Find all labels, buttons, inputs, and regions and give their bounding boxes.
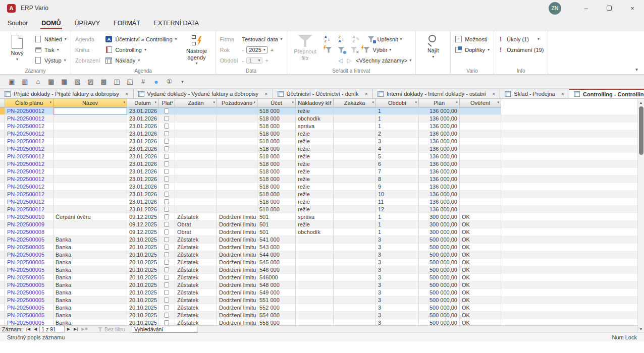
cell-zakazka[interactable] <box>334 297 376 304</box>
cell-overeni[interactable]: OK <box>460 304 501 312</box>
cell-name[interactable] <box>53 160 127 168</box>
row-selector[interactable] <box>0 274 5 281</box>
checkbox-unchecked-icon[interactable] <box>164 192 169 197</box>
cell-paid[interactable] <box>158 304 175 312</box>
cell-paid[interactable] <box>158 183 175 191</box>
document-tab-4[interactable]: Interní doklady - Interní doklady - osta… <box>373 89 500 98</box>
record-link[interactable]: PN-202500012 <box>7 115 44 122</box>
cell-plan[interactable]: 500 000,00 <box>419 244 460 251</box>
cell-zadan[interactable]: Obrat <box>175 221 217 228</box>
cell-zadan[interactable]: Zůstatek <box>175 312 217 319</box>
table-row[interactable]: PN-20250000809.12.2025ObratDodržení limi… <box>0 228 644 236</box>
next-record-button[interactable]: ▶ <box>66 327 71 331</box>
cell-zadan[interactable]: Zůstatek <box>175 236 217 244</box>
contacts-icon[interactable]: ▣ <box>6 77 18 87</box>
cell-obdobi[interactable]: 1 <box>376 221 419 228</box>
cell-date[interactable]: 09.12.2025 <box>127 213 158 221</box>
cell-zadan[interactable]: Zůstatek <box>175 213 217 221</box>
cell-plan[interactable]: 300 000,00 <box>419 213 460 221</box>
cell-paid[interactable] <box>158 153 175 160</box>
cell-name[interactable] <box>53 123 127 130</box>
cell-klic[interactable] <box>296 266 334 274</box>
cell-date[interactable]: 23.01.2026 <box>127 191 158 198</box>
cell-name[interactable]: Banka <box>53 259 127 266</box>
cell-id[interactable]: PN-202500010 <box>5 213 53 221</box>
cell-zakazka[interactable] <box>334 266 376 274</box>
table-row[interactable]: PN-20250001223.01.2026518 000režie8136 0… <box>0 175 644 183</box>
cell-zadan[interactable] <box>175 115 217 123</box>
cell-obdobi[interactable]: 9 <box>376 183 419 191</box>
cell-klic[interactable] <box>296 274 334 281</box>
cell-obdobi[interactable]: 3 <box>376 319 419 325</box>
checkbox-unchecked-icon[interactable] <box>164 207 169 212</box>
cell-id[interactable]: PN-202500005 <box>5 281 53 289</box>
cell-date[interactable]: 23.01.2026 <box>127 168 158 175</box>
document-tab-2[interactable]: Vydané doklady - Vydané faktury a dobrop… <box>134 89 273 98</box>
cell-klic[interactable]: režie <box>296 198 334 206</box>
sort-ascending-button[interactable]: AZ↓ <box>325 35 335 43</box>
record-link[interactable]: PN-202500012 <box>7 176 44 182</box>
cell-zadan[interactable] <box>175 123 217 130</box>
cell-zadan[interactable] <box>175 160 217 168</box>
cell-plan[interactable]: 300 000,00 <box>419 228 460 236</box>
row-selector[interactable] <box>0 175 5 183</box>
checkbox-unchecked-icon[interactable] <box>164 229 169 234</box>
cell-pozadovano[interactable]: Dodržení limitu <box>217 297 257 304</box>
cell-klic[interactable]: obchodík <box>296 115 334 123</box>
cell-overeni[interactable] <box>460 206 501 213</box>
record-link[interactable]: PN-202500012 <box>7 153 44 159</box>
row-selector[interactable] <box>0 198 5 206</box>
row-selector[interactable] <box>0 304 5 312</box>
record-link[interactable]: PN-202500005 <box>7 244 44 250</box>
checkbox-unchecked-icon[interactable] <box>164 313 169 318</box>
preview-button[interactable]: Náhled▾ <box>34 34 67 44</box>
cell-obdobi[interactable]: 3 <box>376 236 419 244</box>
cell-plan[interactable]: 300 000,00 <box>419 221 460 228</box>
record-link[interactable]: PN-202500005 <box>7 274 44 280</box>
cell-id[interactable]: PN-202500005 <box>5 319 53 325</box>
cell-id[interactable]: PN-202500005 <box>5 289 53 297</box>
cell-paid[interactable] <box>158 107 175 115</box>
cell-pozadovano[interactable] <box>217 168 257 175</box>
find-button[interactable]: Najít▾ <box>420 34 446 67</box>
cell-date[interactable]: 20.10.2025 <box>127 244 158 251</box>
books-icon[interactable]: ◫ <box>111 77 123 87</box>
cell-name[interactable]: Banka <box>53 312 127 319</box>
menu-item-formát[interactable]: FORMÁT <box>114 20 140 31</box>
cell-obdobi[interactable]: 3 <box>376 244 419 251</box>
cell-ucet[interactable]: 518 000 <box>257 175 296 183</box>
cell-paid[interactable] <box>158 206 175 213</box>
cell-klic[interactable]: režie <box>296 175 334 183</box>
cell-overeni[interactable] <box>460 160 501 168</box>
table-row[interactable]: PN-202500005Banka20.10.2025ZůstatekDodrž… <box>0 289 644 297</box>
selection-dropdown[interactable]: Výběr▾ <box>362 44 392 55</box>
cell-date[interactable]: 23.01.2026 <box>127 145 158 153</box>
cell-pozadovano[interactable]: Dodržení limitu <box>217 281 257 289</box>
column-header-id[interactable]: Číslo plánu <box>5 99 53 107</box>
table-row[interactable]: PN-20250001223.01.2026518 000režie9136 0… <box>0 183 644 191</box>
table-row[interactable]: PN-202500005Banka20.10.2025ZůstatekDodrž… <box>0 297 644 304</box>
table-row[interactable]: PN-20250001223.01.2026518 000režie11136 … <box>0 198 644 206</box>
period-minus-button[interactable]: - <box>242 57 244 64</box>
table-row[interactable]: PN-202500005Banka20.10.2025ZůstatekDodrž… <box>0 312 644 319</box>
cell-zakazka[interactable] <box>334 115 376 123</box>
cell-klic[interactable] <box>296 244 334 251</box>
row-selector[interactable] <box>0 153 5 160</box>
cell-ucet[interactable]: 546000 <box>257 274 296 281</box>
checkbox-unchecked-icon[interactable] <box>164 298 169 303</box>
cell-pozadovano[interactable]: Dodržení limitu <box>217 319 257 325</box>
checkbox-unchecked-icon[interactable] <box>164 267 169 272</box>
cell-overeni[interactable] <box>460 191 501 198</box>
row-selector[interactable] <box>0 221 5 228</box>
cell-obdobi[interactable]: 3 <box>376 138 419 145</box>
cell-zakazka[interactable] <box>334 228 376 236</box>
cell-overeni[interactable] <box>460 168 501 175</box>
firm-dropdown[interactable]: Testovací data▾ <box>242 34 283 44</box>
table-row[interactable]: PN-20250001223.01.2026518 000režie7136 0… <box>0 168 644 175</box>
cell-ucet[interactable]: 518 000 <box>257 115 296 123</box>
info-badge-icon[interactable]: ① <box>164 77 175 87</box>
table-row[interactable]: PN-202500010Čerpání úvěru09.12.2025Zůsta… <box>0 213 644 221</box>
cell-pozadovano[interactable]: Dodržení limitu <box>217 228 257 236</box>
table-row[interactable]: PN-202500005Banka20.10.2025ZůstatekDodrž… <box>0 319 644 325</box>
cell-obdobi[interactable]: 12 <box>376 206 419 213</box>
